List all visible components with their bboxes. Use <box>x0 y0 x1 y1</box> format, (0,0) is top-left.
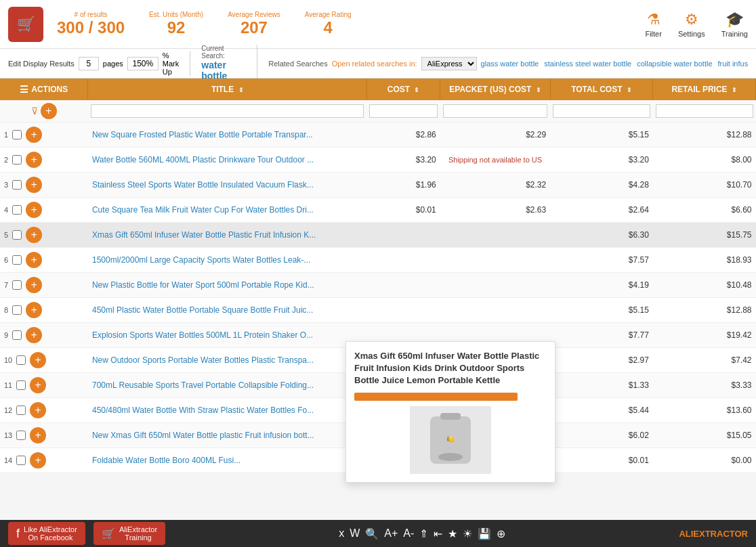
retail-filter-input[interactable] <box>656 104 753 118</box>
total-filter-input[interactable] <box>553 104 650 118</box>
product-title[interactable]: Stainless Steel Sports Water Bottle Insu… <box>92 180 314 190</box>
training-label: Training <box>721 30 748 38</box>
add-row-button[interactable]: + <box>26 277 42 293</box>
first-page-icon[interactable]: ⇤ <box>434 527 442 540</box>
cost-cell <box>366 223 440 248</box>
word-icon[interactable]: W <box>350 527 360 540</box>
add-row-button[interactable]: + <box>26 227 42 243</box>
retail-price-cell: $15.05 <box>653 423 756 448</box>
retail-price-cell: $12.88 <box>653 123 756 148</box>
pages-input[interactable] <box>79 57 99 70</box>
total-cost-cell: $5.15 <box>550 298 653 323</box>
row-checkbox[interactable] <box>12 280 22 290</box>
markup-input[interactable] <box>127 57 159 70</box>
product-title[interactable]: Xmas Gift 650ml Infuser Water Bottle Pla… <box>92 230 316 240</box>
add-row-button[interactable]: + <box>26 252 42 268</box>
product-title[interactable]: 700mL Reusable Sports Travel Portable Co… <box>92 380 314 390</box>
training-label-bottom: AliExtractor Training <box>119 525 157 542</box>
row-checkbox[interactable] <box>12 130 22 139</box>
add-row-button[interactable]: + <box>26 127 42 143</box>
facebook-label: Like AliExtractor On Facebook <box>24 525 77 542</box>
product-title[interactable]: New Plastic Bottle for Water Sport 500ml… <box>92 280 314 290</box>
add-row-button[interactable]: + <box>26 327 42 343</box>
actions-column-header: ☰ ACTIONS <box>0 79 88 100</box>
total-cost-cell: $5.15 <box>550 123 653 148</box>
filter-add-button[interactable]: + <box>41 103 57 119</box>
row-actions-cell: 2 + <box>4 152 84 168</box>
font-larger-icon[interactable]: A+ <box>384 527 398 540</box>
retail-price-column-header: RETAIL PRICE ⇕ <box>653 79 756 100</box>
related-link[interactable]: fruit infuser water bottle <box>718 60 748 68</box>
row-checkbox[interactable] <box>16 406 26 415</box>
cost-filter-input[interactable] <box>369 104 437 118</box>
product-title[interactable]: New Outdoor Sports Portable Water Bottle… <box>92 355 314 365</box>
row-checkbox[interactable] <box>16 456 26 465</box>
settings-button[interactable]: ⚙ Settings <box>678 11 705 38</box>
row-checkbox[interactable] <box>12 205 22 215</box>
epacket-cell: Shipping not available to US <box>440 148 550 173</box>
open-select[interactable]: AliExpress <box>421 57 477 70</box>
excel-icon[interactable]: x <box>339 527 344 540</box>
row-number: 1 <box>4 131 8 139</box>
star-icon[interactable]: ★ <box>448 527 457 540</box>
results-value: 300 / 300 <box>57 18 125 37</box>
avg-rating-label: Average Rating <box>305 11 352 18</box>
product-title[interactable]: Water Bottle 560ML 400ML Plastic Drinkwa… <box>92 155 314 165</box>
product-title[interactable]: New Xmas Gift 650ml Water Bottle plastic… <box>92 431 314 440</box>
cost-column-header: COST ⇕ <box>366 79 440 100</box>
add-row-button[interactable]: + <box>30 402 46 418</box>
search-tool-icon[interactable]: 🔍 <box>365 527 379 540</box>
row-number: 12 <box>4 406 12 414</box>
add-row-button[interactable]: + <box>30 352 46 368</box>
facebook-button[interactable]: f Like AliExtractor On Facebook <box>8 522 85 545</box>
row-actions-cell: 14 + <box>4 452 84 468</box>
add-row-button[interactable]: + <box>30 377 46 393</box>
row-checkbox[interactable] <box>12 155 22 165</box>
total-cost-cell: $4.28 <box>550 173 653 198</box>
retail-price-cell: $7.42 <box>653 348 756 373</box>
related-link[interactable]: stainless steel water bottle <box>544 60 631 68</box>
current-search-section: Current Search: water bottle <box>201 45 257 83</box>
product-title[interactable]: 1500ml/2000ml Large Capacity Sports Wate… <box>92 255 310 265</box>
cost-cell: $3.20 <box>366 148 440 173</box>
row-checkbox[interactable] <box>16 380 26 390</box>
add-row-button[interactable]: + <box>26 177 42 193</box>
sun-icon[interactable]: ☀ <box>463 527 472 540</box>
related-link[interactable]: glass water bottle <box>481 60 539 68</box>
filter-button[interactable]: ⚗ Filter <box>645 11 661 38</box>
row-checkbox[interactable] <box>12 230 22 240</box>
row-checkbox[interactable] <box>12 330 22 340</box>
row-checkbox[interactable] <box>12 180 22 190</box>
row-checkbox[interactable] <box>16 355 26 365</box>
add-row-button[interactable]: + <box>26 202 42 218</box>
product-title[interactable]: 450ml Plastic Water Bottle Portable Squa… <box>92 305 313 315</box>
add-row-button[interactable]: + <box>26 302 42 318</box>
related-link[interactable]: collapsible water bottle <box>637 60 712 68</box>
row-number: 4 <box>4 206 8 214</box>
training-button[interactable]: 🎓 Training <box>721 11 748 38</box>
row-checkbox[interactable] <box>16 431 26 440</box>
product-title[interactable]: New Square Frosted Plastic Water Bottle … <box>92 130 313 139</box>
row-checkbox[interactable] <box>12 255 22 265</box>
font-smaller-icon[interactable]: A- <box>403 527 414 540</box>
add-row-button[interactable]: + <box>30 452 46 468</box>
add-row-button[interactable]: + <box>30 427 46 443</box>
epacket-cell <box>440 273 550 298</box>
row-actions-cell: 11 + <box>4 377 84 393</box>
product-title[interactable]: 450/480ml Water Bottle With Straw Plasti… <box>92 406 314 415</box>
row-checkbox[interactable] <box>12 305 22 315</box>
table-row: 4 + Cute Square Tea Milk Fruit Water Cup… <box>0 198 756 223</box>
top-icon[interactable]: ⇑ <box>419 527 428 540</box>
add-icon[interactable]: ⊕ <box>497 527 505 540</box>
settings-label: Settings <box>678 30 705 38</box>
add-row-button[interactable]: + <box>26 152 42 168</box>
title-filter-input[interactable] <box>91 104 364 118</box>
epacket-filter-input[interactable] <box>443 104 547 118</box>
open-related-label: Open related searches in: <box>332 60 417 68</box>
product-title[interactable]: Cute Square Tea Milk Fruit Water Cup For… <box>92 205 314 215</box>
menu-icon: ☰ <box>20 84 28 95</box>
product-title[interactable]: Explosion Sports Water Bottles 500ML 1L … <box>92 330 313 340</box>
training-button-bottom[interactable]: 🛒 AliExtractor Training <box>93 522 165 545</box>
save-icon[interactable]: 💾 <box>478 527 491 540</box>
product-title[interactable]: Foldable Water Bottle Boro 400ML Fusi... <box>92 456 240 465</box>
